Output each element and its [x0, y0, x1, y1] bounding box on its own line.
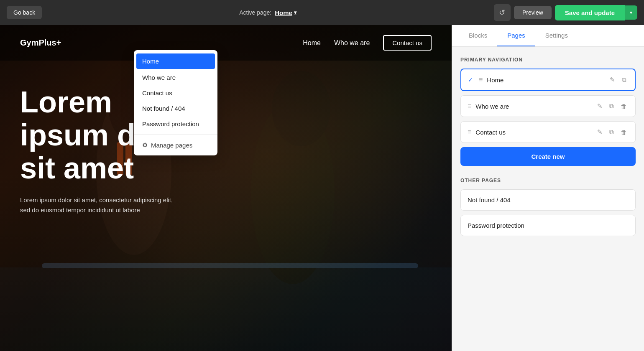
main-layout: GymPlus+ Home Who we are Contact us Lore… — [0, 25, 644, 351]
delete-who-we-are-button[interactable]: 🗑 — [619, 102, 629, 111]
panel-tabs: Blocks Pages Settings — [452, 25, 644, 47]
primary-navigation-label: PRIMARY NAVIGATION — [460, 57, 636, 63]
active-page-label: Active page: — [239, 9, 271, 16]
site-nav: GymPlus+ Home Who we are Contact us — [0, 25, 452, 61]
preview-area: GymPlus+ Home Who we are Contact us Lore… — [0, 25, 452, 351]
tab-pages[interactable]: Pages — [497, 25, 535, 46]
contact-us-page-actions: ✎ ⧉ 🗑 — [595, 127, 629, 137]
dropdown-item-not-found[interactable]: Not found / 404 — [134, 101, 217, 116]
edit-home-button[interactable]: ✎ — [608, 75, 617, 84]
topbar-center: Active page: Home ▾ — [239, 9, 296, 16]
delete-contact-us-button[interactable]: 🗑 — [619, 128, 629, 137]
go-back-button[interactable]: Go back — [7, 6, 42, 19]
panel-content: PRIMARY NAVIGATION ✓ ≡ Home ✎ ⧉ ≡ Who we… — [452, 47, 644, 351]
history-button[interactable]: ↺ — [494, 4, 511, 21]
topbar-left: Go back — [7, 6, 42, 19]
chevron-down-icon: ▾ — [294, 10, 296, 15]
save-update-group: Save and update ▾ — [555, 5, 637, 20]
edit-contact-us-button[interactable]: ✎ — [595, 127, 604, 137]
right-panel: Blocks Pages Settings PRIMARY NAVIGATION… — [452, 25, 644, 351]
topbar-right: ↺ Preview Save and update ▾ — [494, 4, 637, 21]
drag-handle-icon: ≡ — [479, 76, 483, 84]
save-update-button[interactable]: Save and update — [555, 5, 625, 20]
history-icon: ↺ — [499, 8, 505, 17]
drag-handle-icon: ≡ — [468, 102, 471, 110]
dropdown-item-who-we-are[interactable]: Who we are — [134, 70, 217, 85]
site-logo: GymPlus+ — [20, 38, 61, 48]
copy-home-button[interactable]: ⧉ — [620, 75, 628, 84]
other-pages-section: OTHER PAGES Not found / 404 Password pro… — [460, 178, 636, 236]
home-page-actions: ✎ ⧉ — [608, 75, 628, 84]
active-page-value: Home — [275, 9, 292, 16]
site-nav-links: Home Who we are Contact us — [303, 35, 432, 51]
tab-settings[interactable]: Settings — [535, 25, 578, 46]
hero-description: Lorem ipsum dolor sit amet, consectetur … — [20, 195, 179, 215]
dropdown-manage-pages[interactable]: ⚙ Manage pages — [134, 137, 217, 153]
site-hero: Lorem ipsum dolor sit amet Lorem ipsum d… — [0, 61, 452, 240]
create-new-button[interactable]: Create new — [460, 147, 636, 166]
topbar: Go back Active page: Home ▾ ↺ Preview Sa… — [0, 0, 644, 25]
nav-contact-button[interactable]: Contact us — [383, 35, 432, 51]
copy-who-we-are-button[interactable]: ⧉ — [608, 102, 616, 111]
nav-link-who-we-are[interactable]: Who we are — [334, 39, 370, 47]
dropdown-item-password-protection[interactable]: Password protection — [134, 116, 217, 132]
page-dropdown-menu: Home Who we are Contact us Not found / 4… — [134, 50, 217, 155]
other-pages-label: OTHER PAGES — [460, 178, 636, 183]
edit-who-we-are-button[interactable]: ✎ — [595, 102, 604, 111]
gear-icon: ⚙ — [142, 141, 148, 149]
nav-page-item-home[interactable]: ✓ ≡ Home ✎ ⧉ — [460, 69, 636, 91]
nav-page-name-home: Home — [487, 76, 604, 84]
nav-page-name-who-we-are: Who we are — [475, 103, 591, 110]
dropdown-divider — [134, 134, 217, 135]
save-update-arrow-button[interactable]: ▾ — [625, 5, 637, 20]
copy-contact-us-button[interactable]: ⧉ — [608, 127, 616, 137]
active-page-dropdown[interactable]: Home ▾ — [275, 9, 296, 16]
tab-blocks[interactable]: Blocks — [459, 25, 497, 46]
gym-site-preview: GymPlus+ Home Who we are Contact us Lore… — [0, 25, 452, 351]
nav-page-item-who-we-are[interactable]: ≡ Who we are ✎ ⧉ 🗑 — [460, 95, 636, 117]
nav-page-item-contact-us[interactable]: ≡ Contact us ✎ ⧉ 🗑 — [460, 121, 636, 143]
nav-page-name-contact-us: Contact us — [475, 129, 591, 136]
drag-handle-icon: ≡ — [468, 128, 471, 136]
other-page-item-not-found[interactable]: Not found / 404 — [460, 189, 636, 211]
check-icon: ✓ — [468, 76, 475, 83]
who-we-are-page-actions: ✎ ⧉ 🗑 — [595, 102, 629, 111]
preview-button[interactable]: Preview — [514, 6, 552, 19]
nav-link-home[interactable]: Home — [303, 39, 321, 47]
dropdown-item-home[interactable]: Home — [136, 53, 215, 69]
dropdown-item-contact-us[interactable]: Contact us — [134, 85, 217, 101]
manage-pages-label: Manage pages — [151, 142, 192, 149]
other-page-item-password-protection[interactable]: Password protection — [460, 215, 636, 236]
